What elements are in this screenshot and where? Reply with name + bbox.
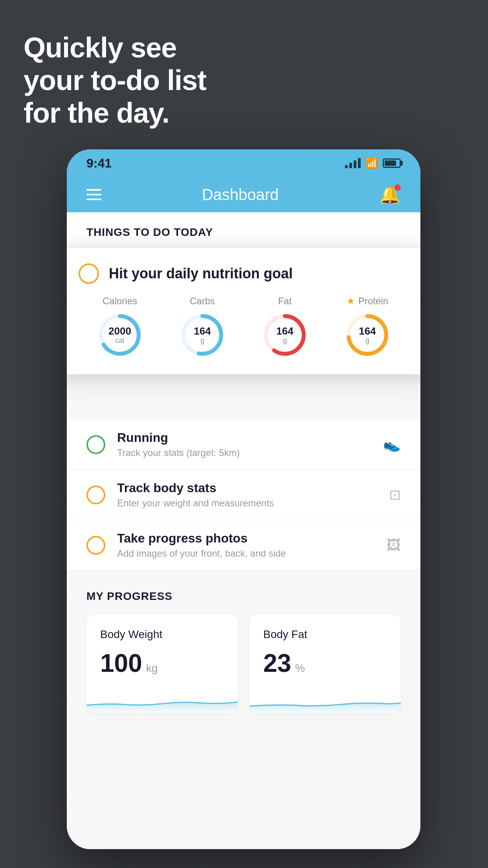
protein-label: Protein	[358, 296, 388, 307]
hero-text: Quickly see your to-do list for the day.	[24, 31, 206, 129]
running-check-circle	[86, 435, 105, 454]
photos-check-circle	[86, 536, 105, 555]
calories-donut: 2000 cal	[96, 311, 143, 359]
fat-donut: 164 g	[261, 311, 308, 359]
todo-item-progress-photos[interactable]: Take progress photos Add images of your …	[67, 520, 420, 570]
protein-unit: g	[359, 337, 376, 344]
body-weight-chart	[86, 690, 238, 713]
protein-label-wrap: ★ Protein	[347, 296, 388, 307]
fat-label: Fat	[278, 296, 292, 307]
photos-icon: 🖼	[387, 537, 401, 554]
running-subtitle: Track your stats (target: 5km)	[117, 447, 371, 458]
things-header-text: THINGS TO DO TODAY	[86, 226, 213, 238]
body-fat-unit: %	[295, 662, 305, 675]
nutrition-carbs: Carbs 164 g	[179, 296, 226, 359]
body-weight-value-wrap: 100 kg	[100, 649, 224, 678]
body-fat-value: 23	[263, 649, 291, 678]
body-fat-value-wrap: 23 %	[263, 649, 387, 678]
photos-title: Take progress photos	[117, 531, 375, 546]
phone-mockup: 9:41 📶 Dashboard 🔔	[67, 149, 420, 849]
protein-star-icon: ★	[347, 296, 355, 307]
carbs-value: 164	[194, 326, 211, 337]
running-info: Running Track your stats (target: 5km)	[117, 430, 371, 458]
status-time: 9:41	[86, 156, 112, 171]
wifi-icon: 📶	[365, 157, 378, 169]
progress-section-title: MY PROGRESS	[86, 590, 401, 603]
running-title: Running	[117, 430, 371, 445]
photos-info: Take progress photos Add images of your …	[117, 531, 375, 559]
progress-cards: Body Weight 100 kg	[86, 614, 401, 713]
body-weight-title: Body Weight	[100, 628, 224, 641]
phone-content: THINGS TO DO TODAY Hit your daily nutrit…	[67, 212, 420, 849]
calories-unit: cal	[108, 337, 131, 344]
body-fat-chart	[250, 690, 401, 713]
nutrition-fat: Fat 164 g	[261, 296, 308, 359]
body-stats-title: Track body stats	[117, 481, 377, 495]
protein-donut: 164 g	[344, 311, 391, 359]
notification-badge	[394, 184, 401, 191]
todo-list: Running Track your stats (target: 5km) 👟…	[67, 419, 420, 570]
body-fat-title: Body Fat	[263, 628, 387, 641]
nutrition-protein: ★ Protein 164 g	[344, 296, 391, 359]
todo-item-body-stats[interactable]: Track body stats Enter your weight and m…	[67, 470, 420, 520]
progress-section: MY PROGRESS Body Weight 100 kg	[67, 570, 420, 733]
things-section-header: THINGS TO DO TODAY	[67, 212, 420, 246]
protein-value: 164	[359, 326, 376, 337]
nutrition-card-title: Hit your daily nutrition goal	[109, 265, 293, 282]
nav-title: Dashboard	[202, 186, 279, 204]
running-icon: 👟	[383, 436, 401, 453]
body-stats-subtitle: Enter your weight and measurements	[117, 498, 377, 509]
status-icons: 📶	[345, 157, 401, 169]
body-stats-check-circle	[86, 485, 105, 504]
body-stats-info: Track body stats Enter your weight and m…	[117, 481, 377, 509]
carbs-label: Carbs	[190, 296, 215, 307]
notification-button[interactable]: 🔔	[379, 184, 401, 205]
body-weight-unit: kg	[146, 662, 158, 675]
photos-subtitle: Add images of your front, back, and side	[117, 548, 375, 559]
body-weight-card[interactable]: Body Weight 100 kg	[86, 614, 238, 713]
calories-value: 2000	[108, 326, 131, 337]
status-bar: 9:41 📶	[67, 149, 420, 177]
battery-icon	[383, 158, 401, 168]
calories-label: Calories	[103, 296, 137, 307]
carbs-donut: 164 g	[179, 311, 226, 359]
body-stats-icon: ⊡	[389, 487, 401, 503]
nutrition-check-circle	[79, 263, 99, 284]
carbs-unit: g	[194, 337, 211, 344]
nutrition-calories: Calories 2000 cal	[96, 296, 143, 359]
todo-item-running[interactable]: Running Track your stats (target: 5km) 👟	[67, 419, 420, 470]
hamburger-menu-button[interactable]	[86, 189, 101, 200]
nutrition-card[interactable]: Hit your daily nutrition goal Calories 2…	[67, 248, 420, 374]
body-fat-card[interactable]: Body Fat 23 %	[250, 614, 401, 713]
nav-bar: Dashboard 🔔	[67, 177, 420, 212]
signal-icon	[345, 158, 361, 168]
fat-unit: g	[276, 337, 293, 344]
nutrition-row: Calories 2000 cal Carbs	[79, 296, 409, 359]
fat-value: 164	[276, 326, 293, 337]
body-weight-value: 100	[100, 649, 142, 678]
